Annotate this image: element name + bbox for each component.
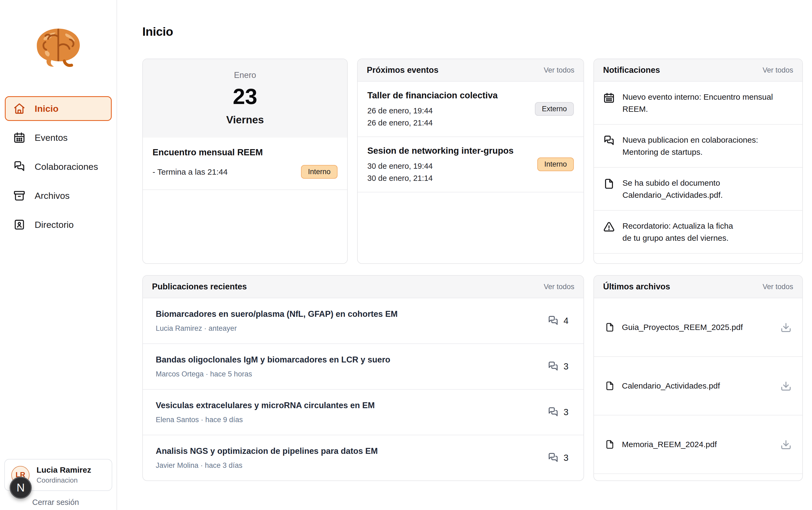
user-role: Coordinacion	[36, 476, 91, 484]
file-row[interactable]: Guia_Proyectos_REEM_2025.pdf	[594, 298, 802, 357]
event-time: - Termina a las 21:44	[152, 167, 228, 176]
sidebar-item-label: Directorio	[35, 220, 73, 230]
user-name: Lucia Ramirez	[36, 465, 91, 475]
comment-number: 4	[564, 316, 568, 326]
sidebar-item-archivos[interactable]: Archivos	[5, 183, 112, 208]
download-icon[interactable]	[780, 439, 791, 450]
event-title: Encuentro mensual REEM	[152, 147, 337, 158]
comment-number: 3	[564, 361, 568, 372]
notification-line: Calendario_Actividades.pdf.	[623, 189, 723, 201]
event-title: Taller de financiacion colectiva	[367, 90, 498, 101]
publication-meta: Elena Santos · hace 9 días	[156, 416, 375, 424]
comments-icon	[547, 452, 559, 463]
comments-icon	[547, 406, 559, 418]
internal-badge: Interno	[301, 165, 337, 179]
view-all-link[interactable]: Ver todos	[762, 283, 793, 291]
card-header: Publicaciones recientes Ver todos	[143, 276, 583, 298]
recent-publications-card: Publicaciones recientes Ver todos Biomar…	[142, 275, 584, 481]
top-cards-row: Enero 23 Viernes Encuentro mensual REEM …	[142, 59, 803, 264]
latest-files-card: Últimos archivos Ver todos Guia_Proyecto…	[594, 275, 803, 481]
event-list-item[interactable]: Sesion de networking inter-grupos 30 de …	[358, 137, 583, 192]
file-name: Calendario_Actividades.pdf	[622, 381, 773, 391]
cursor-badge: N	[10, 477, 32, 499]
logout-link[interactable]: Cerrar sesión	[32, 498, 112, 507]
file-row[interactable]: Calendario_Actividades.pdf	[594, 357, 802, 416]
archive-icon	[13, 190, 26, 202]
comments-icon	[547, 315, 559, 327]
file-name: Guia_Proyectos_REEM_2025.pdf	[622, 323, 773, 332]
logo-wrap	[0, 0, 117, 72]
calendar-weekday: Viernes	[143, 114, 347, 126]
notification-line: de tu grupo antes del viernes.	[623, 232, 733, 244]
file-icon	[605, 381, 615, 391]
page-title: Inicio	[142, 25, 803, 39]
publication-info: Analisis NGS y optimizacion de pipelines…	[156, 446, 378, 470]
view-all-link[interactable]: Ver todos	[544, 283, 574, 291]
chat-icon	[13, 161, 26, 173]
publication-title: Bandas oligoclonales IgM y biomarcadores…	[156, 355, 390, 365]
comment-count: 4	[547, 315, 568, 327]
file-row[interactable]: Memoria_REEM_2024.pdf	[594, 416, 802, 474]
calendar-day: 23	[143, 84, 347, 109]
publication-title: Biomarcadores en suero/plasma (NfL, GFAP…	[156, 309, 398, 319]
notification-text: Se ha subido el documento Calendario_Act…	[623, 177, 723, 201]
calendar-icon	[13, 132, 26, 144]
card-header: Notificaciones Ver todos	[594, 59, 802, 82]
comments-icon	[547, 361, 559, 372]
comment-count: 3	[547, 452, 568, 463]
download-icon[interactable]	[780, 322, 791, 333]
comment-count: 3	[547, 406, 568, 418]
publication-row[interactable]: Vesiculas extracelulares y microRNA circ…	[143, 390, 583, 435]
internal-badge: Interno	[537, 158, 574, 171]
file-icon	[605, 439, 615, 450]
calendar-icon	[603, 92, 615, 104]
download-icon[interactable]	[780, 380, 791, 392]
view-all-link[interactable]: Ver todos	[544, 66, 574, 75]
notification-item[interactable]: Se ha subido el documento Calendario_Act…	[594, 168, 802, 211]
comment-number: 3	[564, 407, 568, 417]
sidebar-item-inicio[interactable]: Inicio	[5, 96, 112, 121]
notification-line: Nueva publicacion en colaboraciones:	[623, 134, 758, 146]
comment-count: 3	[547, 361, 568, 372]
event-start: 30 de enero, 19:44	[367, 162, 514, 171]
notifications-card: Notificaciones Ver todos Nuevo evento in…	[594, 59, 803, 264]
comment-number: 3	[564, 453, 568, 463]
publication-title: Analisis NGS y optimizacion de pipelines…	[156, 446, 378, 456]
event-row: - Termina a las 21:44 Interno	[152, 165, 337, 179]
publication-meta: Javier Molina · hace 3 días	[156, 461, 378, 470]
publication-row[interactable]: Bandas oligoclonales IgM y biomarcadores…	[143, 344, 583, 390]
user-info: Lucia Ramirez Coordinacion	[36, 465, 91, 484]
today-card: Enero 23 Viernes Encuentro mensual REEM …	[142, 59, 348, 264]
card-title: Publicaciones recientes	[152, 282, 247, 291]
sidebar-item-colaboraciones[interactable]: Colaboraciones	[5, 154, 112, 179]
sidebar-item-eventos[interactable]: Eventos	[5, 125, 112, 150]
sidebar-item-label: Inicio	[35, 104, 59, 114]
notification-item[interactable]: Recordatorio: Actualiza la ficha de tu g…	[594, 211, 802, 254]
sidebar-item-label: Archivos	[35, 191, 69, 201]
publication-info: Vesiculas extracelulares y microRNA circ…	[156, 401, 375, 424]
publication-row[interactable]: Analisis NGS y optimizacion de pipelines…	[143, 435, 583, 480]
publication-row[interactable]: Biomarcadores en suero/plasma (NfL, GFAP…	[143, 298, 583, 344]
file-icon	[603, 178, 615, 190]
external-badge: Externo	[535, 102, 574, 116]
notification-text: Nueva publicacion en colaboraciones: Men…	[623, 134, 758, 158]
card-title: Próximos eventos	[367, 65, 439, 75]
event-info: Sesion de networking inter-grupos 30 de …	[367, 146, 514, 183]
notification-item[interactable]: Nuevo evento interno: Encuentro mensual …	[594, 82, 802, 125]
sidebar-item-label: Colaboraciones	[35, 162, 98, 172]
today-event[interactable]: Encuentro mensual REEM - Termina a las 2…	[143, 138, 347, 190]
card-header: Próximos eventos Ver todos	[358, 59, 583, 82]
card-title: Últimos archivos	[603, 282, 670, 291]
publication-info: Bandas oligoclonales IgM y biomarcadores…	[156, 355, 390, 378]
sidebar-item-label: Eventos	[35, 133, 68, 143]
sidebar-footer: LR Lucia Ramirez Coordinacion N Cerrar s…	[0, 459, 117, 510]
sidebar-item-directorio[interactable]: Directorio	[5, 212, 112, 237]
notification-text: Recordatorio: Actualiza la ficha de tu g…	[623, 220, 733, 244]
publication-title: Vesiculas extracelulares y microRNA circ…	[156, 401, 375, 410]
notification-item[interactable]: Nueva publicacion en colaboraciones: Men…	[594, 125, 802, 168]
view-all-link[interactable]: Ver todos	[762, 66, 793, 75]
notification-line: Recordatorio: Actualiza la ficha	[623, 220, 733, 232]
contact-card-icon	[13, 219, 26, 231]
card-title: Notificaciones	[603, 65, 660, 75]
event-list-item[interactable]: Taller de financiacion colectiva 26 de e…	[358, 82, 583, 137]
